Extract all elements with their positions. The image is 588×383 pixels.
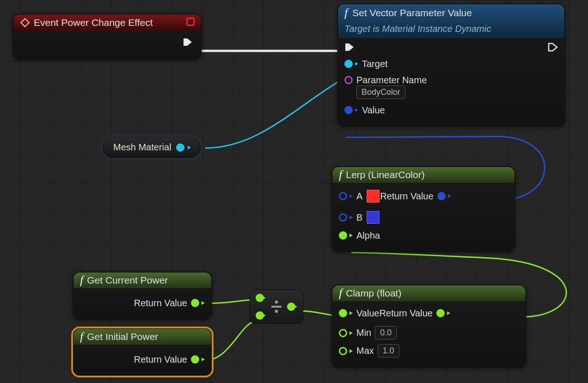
swatch-b[interactable] bbox=[366, 210, 380, 224]
function-icon: f bbox=[339, 169, 342, 181]
function-icon: f bbox=[80, 331, 83, 343]
exec-out-pin[interactable] bbox=[548, 42, 558, 53]
variable-mesh-material[interactable]: Mesh Material bbox=[103, 137, 201, 158]
pin-a[interactable]: A bbox=[339, 189, 380, 203]
pin-max[interactable]: Max 1.0 bbox=[339, 344, 519, 358]
pin-return[interactable]: Return Value bbox=[380, 307, 450, 320]
node-title: Lerp (LinearColor) bbox=[346, 169, 424, 180]
pin-value[interactable]: Value bbox=[344, 104, 558, 117]
function-icon: f bbox=[80, 274, 83, 286]
node-title: Set Vector Parameter Value bbox=[352, 7, 472, 19]
node-subtitle: Target is Material Instance Dynamic bbox=[344, 24, 491, 34]
parameter-name-input[interactable]: BodyColor bbox=[356, 86, 405, 99]
pin-value[interactable]: Value bbox=[339, 307, 380, 320]
event-icon bbox=[20, 18, 30, 28]
node-header: f Clamp (float) bbox=[332, 285, 526, 301]
pin-target[interactable]: Target bbox=[344, 57, 558, 70]
node-header: f Lerp (LinearColor) bbox=[332, 167, 514, 183]
node-clamp-float[interactable]: f Clamp (float) Value Return Value Min 0… bbox=[332, 285, 526, 367]
pin-return[interactable]: Return Value bbox=[380, 190, 451, 203]
exec-in-pin[interactable] bbox=[344, 42, 355, 53]
pin-return[interactable]: Return Value bbox=[134, 353, 205, 366]
swatch-a[interactable] bbox=[366, 189, 380, 203]
exec-out-pin[interactable] bbox=[183, 37, 193, 48]
node-title: Clamp (float) bbox=[346, 288, 401, 299]
node-title: Get Current Power bbox=[87, 275, 168, 286]
min-input[interactable]: 0.0 bbox=[375, 326, 397, 340]
function-icon: f bbox=[339, 287, 342, 299]
node-set-vector-parameter[interactable]: f Set Vector Parameter Value Target is M… bbox=[337, 4, 565, 126]
event-delegate-icon bbox=[186, 18, 195, 26]
node-get-initial-power[interactable]: f Get Initial Power Return Value bbox=[73, 328, 212, 376]
node-header: f Get Current Power bbox=[74, 272, 211, 288]
pin-min[interactable]: Min 0.0 bbox=[339, 326, 519, 340]
node-get-current-power[interactable]: f Get Current Power Return Value bbox=[73, 272, 212, 319]
pin-return[interactable]: Return Value bbox=[134, 297, 205, 309]
max-input[interactable]: 1.0 bbox=[378, 344, 399, 358]
node-header: f Set Vector Parameter Value Target is M… bbox=[338, 4, 564, 38]
node-title: Get Initial Power bbox=[87, 331, 158, 342]
node-divide[interactable] bbox=[250, 290, 303, 324]
node-lerp-linearcolor[interactable]: f Lerp (LinearColor) A Return Value B bbox=[332, 167, 515, 252]
function-icon: f bbox=[344, 7, 348, 19]
pin-alpha[interactable]: Alpha bbox=[339, 229, 508, 242]
node-header: Event Power Change Effect bbox=[13, 14, 201, 31]
pin-b[interactable]: B bbox=[339, 210, 508, 224]
divide-icon bbox=[271, 301, 282, 313]
node-event-power-change[interactable]: Event Power Change Effect bbox=[13, 14, 202, 59]
pin-parameter-name[interactable]: Parameter Name BodyColor bbox=[344, 75, 558, 99]
node-title: Event Power Change Effect bbox=[34, 17, 153, 28]
pin-out[interactable] bbox=[176, 143, 184, 152]
node-header: f Get Initial Power bbox=[74, 329, 211, 345]
